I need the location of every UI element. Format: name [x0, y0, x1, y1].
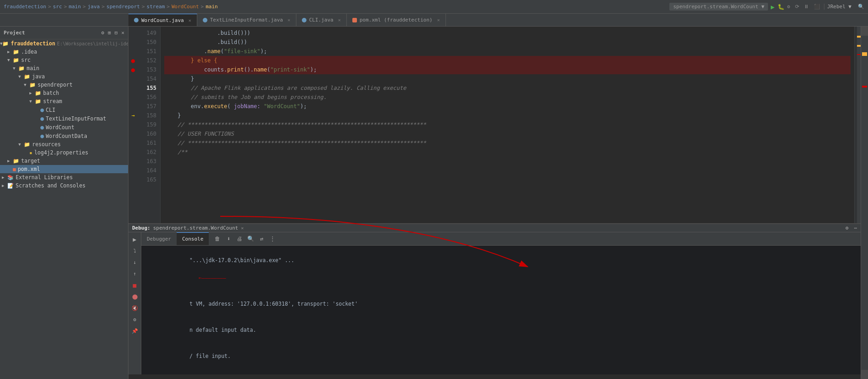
gutter-row-breakpoint2[interactable]: ●	[128, 65, 138, 74]
breadcrumb-item-3[interactable]: main	[69, 4, 81, 10]
debug-button[interactable]: 🐛	[778, 4, 785, 10]
sidebar-item-scratches[interactable]: ▶ 📝 Scratches and Consoles	[0, 181, 128, 190]
code-line-165: /**	[164, 148, 851, 157]
tab-icon-cli	[302, 18, 306, 22]
code-area: ● ● → 149 1	[128, 27, 861, 223]
debug-breakpoints-icon[interactable]: ⬤	[132, 291, 138, 302]
console-clear-btn[interactable]: 🗑	[212, 234, 223, 244]
breadcrumb-item-5[interactable]: spendreport	[106, 4, 140, 10]
tab-wordcount[interactable]: WordCount.java ✕	[128, 14, 197, 26]
sidebar-item-wordcount[interactable]: ● WordCount	[0, 123, 128, 132]
breadcrumb-item-7[interactable]: WordCount	[172, 4, 199, 10]
debug-stop-icon[interactable]: ■	[133, 280, 137, 290]
console-find-btn[interactable]: 🔍	[245, 234, 256, 244]
debug-session-name[interactable]: spendreport.stream.WordCount	[153, 225, 238, 231]
sidebar-item-main[interactable]: ▼ 📁 main	[0, 64, 128, 72]
tab-debugger[interactable]: Debugger	[141, 232, 177, 245]
console-scroll-btn[interactable]: ⬇	[223, 234, 234, 244]
breadcrumb-item-1[interactable]: frauddetection	[4, 4, 46, 10]
debug-step-out-icon[interactable]: ↑	[133, 269, 136, 279]
breadcrumb-item-6[interactable]: stream	[147, 4, 165, 10]
tab-pom[interactable]: pom.xml (frauddetection) ✕	[347, 14, 446, 26]
debug-label: Debug:	[132, 225, 150, 231]
debug-settings-icon2[interactable]: ⚙	[133, 314, 136, 324]
debug-settings-icon[interactable]: ⚙	[846, 225, 849, 231]
sidebar-item-label: TextLineInputFormat	[46, 115, 106, 122]
sidebar-item-label: log4j2.properties	[34, 149, 89, 156]
tab-close-textline[interactable]: ✕	[288, 17, 290, 22]
sidebar-item-target[interactable]: ▶ 📁 target	[0, 157, 128, 165]
tab-icon-wordcount	[134, 18, 139, 22]
debug-session-close[interactable]: ✕	[241, 225, 244, 231]
line-num: 163	[138, 157, 156, 166]
debug-step-over-icon[interactable]: ⤵	[134, 246, 136, 256]
sidebar-tree: ▼ 📁 frauddetection E:\Workspaces\intelli…	[0, 39, 128, 379]
tab-icon-pom	[352, 18, 357, 22]
debug-tabs: Debugger Console 🗑 ⬇ 🖨 🔍 ⇄ ⋮	[141, 232, 861, 246]
sidebar-item-cli[interactable]: ● CLI	[0, 105, 128, 114]
xml-icon: ■	[13, 166, 16, 172]
gutter-row	[128, 175, 138, 184]
java-class-icon: ●	[40, 132, 44, 139]
scroll-down-btn[interactable]	[861, 370, 868, 379]
sidebar-item-idea[interactable]: ▶ 📁 .idea	[0, 48, 128, 56]
search-icon[interactable]: 🔍	[858, 4, 864, 10]
console-more-btn[interactable]: ⋮	[267, 234, 278, 244]
sidebar-item-resources[interactable]: ▼ 📁 resources	[0, 140, 128, 148]
console-print-btn[interactable]: 🖨	[234, 234, 245, 244]
sidebar-item-wordcountdata[interactable]: ● WordCountData	[0, 132, 128, 140]
debug-step-into-icon[interactable]: ↓	[133, 257, 136, 267]
code-editor[interactable]: .build())) .build()) .name("file-sink");…	[161, 27, 854, 223]
breadcrumb-item-4[interactable]: java	[88, 4, 100, 10]
sidebar-item-spendreport[interactable]: ▼ 📁 spendreport	[0, 81, 128, 89]
breadcrumb-item-2[interactable]: src	[53, 4, 62, 10]
sidebar-item-pomxml[interactable]: ■ pom.xml	[0, 165, 128, 173]
gutter-row	[128, 93, 138, 102]
code-line-149: .build()))	[164, 28, 851, 38]
sidebar-item-src[interactable]: ▼ 📁 src	[0, 56, 128, 64]
sidebar-item-batch[interactable]: ▶ 📁 batch	[0, 89, 128, 97]
sidebar-expand-icon[interactable]: ⊞	[108, 30, 111, 36]
gutter-row-breakpoint3[interactable]: →	[128, 111, 138, 120]
sidebar-item-external-libraries[interactable]: ▶ 📚 External Libraries	[0, 173, 128, 181]
code-line-163: // *************************************…	[164, 138, 851, 148]
gutter-row-breakpoint[interactable]: ●	[128, 56, 138, 65]
sidebar-close-icon[interactable]: ✕	[121, 30, 124, 36]
line-num: 152	[138, 56, 156, 65]
tab-cli[interactable]: CLI.java ✕	[296, 14, 347, 26]
sidebar-item-label: WordCount	[46, 124, 74, 131]
tab-textline[interactable]: TextLineInputFormat.java ✕	[197, 14, 296, 26]
sidebar-item-log4j2[interactable]: ▪ log4j2.properties	[0, 148, 128, 157]
tree-arrow: ▼	[29, 99, 35, 104]
sidebar-gear-icon[interactable]: ⚙	[101, 30, 105, 36]
line-num: 155	[138, 83, 156, 93]
debug-mute-icon[interactable]: 🔇	[132, 303, 138, 313]
sidebar-collapse-icon[interactable]: ⊟	[115, 30, 118, 36]
tab-close-pom[interactable]: ✕	[437, 17, 440, 22]
main-layout: Project ⚙ ⊞ ⊟ ✕ ▼ 📁 frauddetection E:\Wo…	[0, 27, 868, 379]
sidebar-item-textlineinputformat[interactable]: ● TextLineInputFormat	[0, 114, 128, 123]
sidebar-item-frauddetection[interactable]: ▼ 📁 frauddetection E:\Workspaces\intelli…	[0, 39, 128, 48]
sidebar-item-java[interactable]: ▼ 📁 java	[0, 72, 128, 81]
tab-close-wordcount[interactable]: ✕	[189, 18, 191, 23]
tree-arrow: ▼	[18, 142, 24, 147]
sidebar-item-label: CLI	[46, 107, 56, 113]
tab-console[interactable]: Console	[177, 232, 209, 245]
run-button[interactable]: ▶	[771, 3, 774, 11]
console-wrap-btn[interactable]: ⇄	[256, 234, 267, 244]
scroll-up-btn[interactable]	[861, 27, 868, 36]
run-config-dropdown[interactable]: spendreport.stream.WordCount ▼	[669, 3, 768, 11]
tree-arrow: ▶	[29, 91, 35, 95]
code-line-152: } else {	[164, 56, 851, 65]
breadcrumb-item-8[interactable]: main	[206, 4, 218, 10]
debug-resume-icon[interactable]: ▶	[133, 234, 137, 244]
debug-pin-icon[interactable]: 📌	[132, 326, 138, 336]
sidebar-item-stream[interactable]: ▼ 📁 stream	[0, 97, 128, 105]
line-num: 154	[138, 74, 156, 83]
console-text: t VM, address: '127.0.0.1:60318', transp…	[189, 301, 358, 307]
console-line-5: hout. Use --output to specify output pat…	[145, 369, 857, 374]
tab-close-cli[interactable]: ✕	[338, 17, 341, 22]
console-line-4: / file input.	[145, 343, 857, 369]
debug-more-icon[interactable]: ⋯	[854, 225, 857, 231]
console-text: n default input data.	[189, 327, 256, 333]
